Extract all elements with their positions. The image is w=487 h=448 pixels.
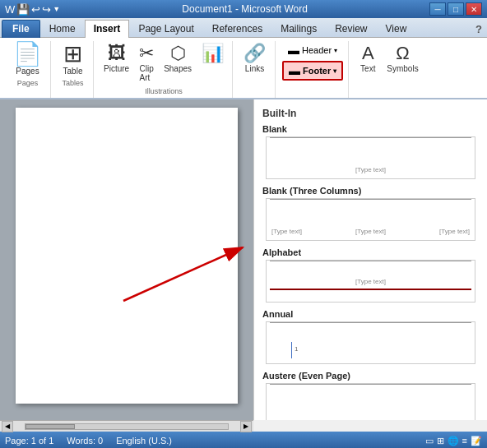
header-label: Header — [302, 45, 332, 55]
redo-icon[interactable]: ↪ — [42, 3, 51, 16]
three-col-footer-preview: [Type text] [Type text] [Type text] — [266, 198, 475, 241]
shapes-label: Shapes — [164, 64, 192, 73]
words-status: Words: 0 — [67, 436, 103, 446]
symbols-label: Symbols — [387, 64, 418, 73]
smartart-icon: 📊 — [202, 43, 224, 64]
tab-page-layout[interactable]: Page Layout — [129, 20, 202, 38]
blank-preview-text: [Type text] — [267, 164, 475, 175]
clipart-button[interactable]: ✂ ClipArt — [136, 41, 157, 84]
tab-file[interactable]: File — [2, 20, 40, 38]
scroll-thumb[interactable] — [26, 424, 75, 429]
smartart-button[interactable]: 📊 — [198, 41, 227, 84]
customize-qat-icon[interactable]: ▼ — [53, 5, 60, 13]
tab-insert[interactable]: Insert — [85, 20, 130, 38]
three-col-text-3: [Type text] — [439, 228, 470, 235]
tables-group-label: Tables — [62, 79, 83, 87]
view-fullscreen-icon[interactable]: ⊞ — [437, 436, 444, 446]
blank-footer-label: Blank — [262, 124, 479, 134]
text-button[interactable]: A Text — [355, 41, 380, 75]
window-title: Document1 - Microsoft Word — [60, 3, 429, 15]
footer-dropdown-arrow: ▾ — [333, 67, 336, 75]
clipart-label: ClipArt — [140, 64, 154, 82]
shapes-button[interactable]: ⬡ Shapes — [160, 41, 195, 84]
ribbon: 📄 Pages Pages ⊞ Table Tables 🖼 Picture ✂… — [0, 38, 487, 99]
horizontal-scrollbar[interactable]: ◀ ▶ — [0, 420, 253, 432]
picture-button[interactable]: 🖼 Picture — [100, 41, 132, 84]
ribbon-tabs: File Home Insert Page Layout References … — [0, 18, 487, 38]
view-draft-icon[interactable]: 📝 — [471, 436, 482, 446]
alphabet-preview-top-line — [270, 261, 471, 261]
quick-access-toolbar: W 💾 ↩ ↪ ▼ — [5, 3, 60, 16]
three-col-text-1: [Type text] — [271, 228, 302, 235]
pages-button[interactable]: 📄 Pages — [10, 41, 45, 77]
three-col-preview-line — [270, 199, 471, 200]
three-col-text-2: [Type text] — [355, 228, 386, 235]
scroll-right-arrow[interactable]: ▶ — [240, 421, 252, 432]
footer-option-annual[interactable]: Annual 1 — [254, 306, 487, 367]
tab-home[interactable]: Home — [40, 20, 85, 38]
alphabet-red-line — [270, 289, 471, 290]
page-status: Page: 1 of 1 — [5, 436, 53, 446]
text-symbols-buttons: A Text Ω Symbols — [355, 41, 421, 75]
picture-label: Picture — [104, 64, 129, 73]
links-button[interactable]: 🔗 Links — [240, 41, 269, 75]
view-web-icon[interactable]: 🌐 — [448, 436, 459, 446]
symbols-icon: Ω — [396, 43, 409, 64]
ribbon-group-header-footer: ▬ Header ▾ ▬ Footer ▾ — [277, 41, 349, 98]
links-icon: 🔗 — [244, 43, 266, 64]
blank-footer-preview: [Type text] — [266, 136, 475, 179]
restore-button[interactable]: □ — [448, 2, 464, 16]
ribbon-group-illustrations: 🖼 Picture ✂ ClipArt ⬡ Shapes 📊 Illustrat… — [95, 41, 233, 98]
header-button[interactable]: ▬ Header ▾ — [282, 41, 343, 59]
pages-label: Pages — [16, 67, 39, 76]
footer-button[interactable]: ▬ Footer ▾ — [282, 61, 343, 81]
undo-icon[interactable]: ↩ — [31, 3, 40, 16]
document-area — [0, 99, 253, 420]
austere-footer-label: Austere (Even Page) — [262, 371, 479, 381]
help-button[interactable]: ? — [471, 21, 487, 37]
table-label: Table — [63, 67, 83, 76]
view-print-icon[interactable]: ▭ — [425, 436, 434, 446]
annual-blue-line — [291, 342, 292, 358]
ribbon-group-text-symbols: A Text Ω Symbols — [350, 41, 426, 98]
window-controls: ─ □ ✕ — [429, 2, 482, 16]
three-col-footer-label: Blank (Three Columns) — [262, 186, 479, 196]
tab-review[interactable]: Review — [326, 20, 376, 38]
pages-icon: 📄 — [13, 43, 42, 66]
close-button[interactable]: ✕ — [466, 2, 482, 16]
tab-view[interactable]: View — [377, 20, 416, 38]
scroll-track — [25, 423, 229, 430]
tab-references[interactable]: References — [203, 20, 271, 38]
table-icon: ⊞ — [63, 43, 82, 66]
illustrations-group-label: Illustrations — [145, 87, 183, 95]
main-area: Built-In Blank [Type text] Blank (Three … — [0, 99, 487, 420]
annual-footer-preview: 1 — [266, 321, 475, 364]
table-button[interactable]: ⊞ Table — [60, 41, 86, 77]
tab-mailings[interactable]: Mailings — [271, 20, 326, 38]
shapes-icon: ⬡ — [170, 43, 186, 64]
footer-option-three-col[interactable]: Blank (Three Columns) [Type text] [Type … — [254, 182, 487, 244]
word-logo-icon: W — [5, 3, 15, 16]
scroll-left-arrow[interactable]: ◀ — [2, 421, 13, 432]
status-bar: Page: 1 of 1 Words: 0 English (U.S.) ▭ ⊞… — [0, 432, 487, 448]
header-icon: ▬ — [288, 44, 299, 57]
text-label: Text — [360, 64, 375, 73]
symbols-button[interactable]: Ω Symbols — [383, 41, 421, 75]
illustrations-buttons: 🖼 Picture ✂ ClipArt ⬡ Shapes 📊 — [100, 41, 227, 84]
save-icon[interactable]: 💾 — [16, 3, 30, 16]
footer-option-austere[interactable]: Austere (Even Page) — [254, 367, 487, 420]
ribbon-group-pages: 📄 Pages Pages — [5, 41, 51, 98]
footer-icon: ▬ — [289, 64, 300, 77]
blank-preview-line — [270, 137, 471, 138]
austere-footer-preview — [266, 383, 475, 420]
clipart-icon: ✂ — [139, 43, 154, 64]
footer-option-alphabet[interactable]: Alphabet [Type text] — [254, 244, 487, 306]
header-dropdown-arrow: ▾ — [334, 47, 337, 54]
alphabet-footer-label: Alphabet — [262, 247, 479, 257]
footer-option-blank[interactable]: Blank [Type text] — [254, 121, 487, 182]
footer-dropdown-panel: Built-In Blank [Type text] Blank (Three … — [253, 99, 487, 420]
annual-footer-label: Annual — [262, 309, 479, 319]
minimize-button[interactable]: ─ — [429, 2, 446, 16]
view-outline-icon[interactable]: ≡ — [462, 436, 467, 446]
pages-group-label: Pages — [17, 79, 39, 87]
